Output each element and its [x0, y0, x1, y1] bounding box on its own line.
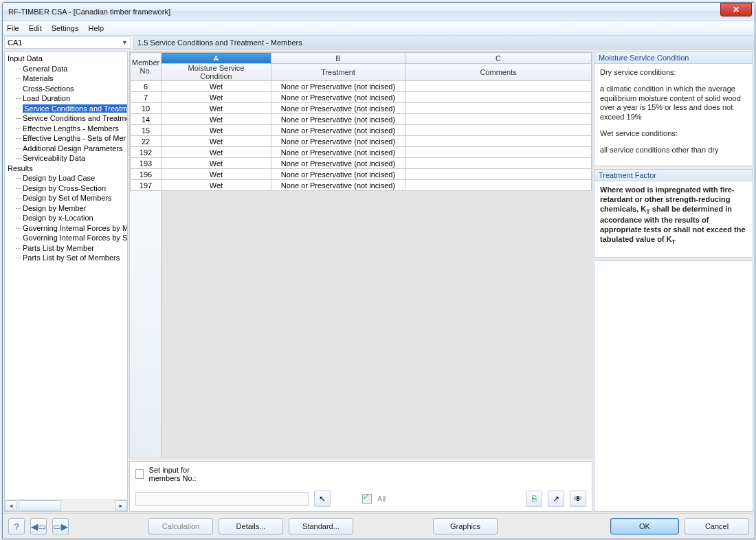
graphics-button[interactable]: Graphics — [433, 518, 498, 535]
cell-b[interactable]: None or Preservative (not incised) — [271, 81, 405, 92]
cell-c[interactable] — [405, 136, 592, 147]
tree-d-member[interactable]: Design by Member — [5, 203, 127, 214]
cell-c[interactable] — [405, 125, 592, 136]
tree-gov-m[interactable]: Governing Internal Forces by M — [5, 223, 127, 234]
cell-b[interactable]: None or Preservative (not incised) — [271, 158, 405, 169]
tree-service-conditions-a[interactable]: Service Conditions and Treatme — [5, 104, 127, 114]
table-row[interactable]: 14WetNone or Preservative (not incised) — [131, 114, 592, 125]
tree-parts-set[interactable]: Parts List by Set of Members — [5, 253, 127, 263]
menu-edit[interactable]: Edit — [29, 24, 42, 32]
cell-b[interactable]: None or Preservative (not incised) — [271, 180, 405, 191]
export-excel-button[interactable]: ⎘ — [526, 491, 542, 507]
tree-eff-len-members[interactable]: Effective Lengths - Members — [5, 124, 127, 134]
menu-help[interactable]: Help — [88, 24, 104, 32]
cell-a[interactable]: Wet — [162, 136, 271, 147]
header-col-a[interactable]: A — [162, 53, 271, 64]
tree-d-xloc[interactable]: Design by x-Location — [5, 213, 127, 223]
set-input-row2: ↖ All ⎘ ↗ 👁 — [129, 486, 592, 512]
cell-c[interactable] — [405, 147, 592, 158]
ok-button[interactable]: OK — [610, 518, 679, 535]
set-input-checkbox[interactable] — [135, 469, 144, 479]
tree-results[interactable]: Results — [5, 164, 127, 174]
cell-a[interactable]: Wet — [162, 158, 271, 169]
menu-settings[interactable]: Settings — [52, 24, 79, 32]
cell-b[interactable]: None or Preservative (not incised) — [271, 92, 405, 103]
tree-materials[interactable]: Materials — [5, 74, 127, 84]
tree-cross-sections[interactable]: Cross-Sections — [5, 84, 127, 94]
tree-h-scrollbar[interactable]: ◄ ► — [5, 499, 127, 511]
cell-a[interactable]: Wet — [162, 147, 271, 158]
cell-c[interactable] — [405, 103, 592, 114]
cell-b[interactable]: None or Preservative (not incised) — [271, 169, 405, 180]
tree-general-data[interactable]: General Data — [5, 64, 127, 74]
cell-c[interactable] — [405, 92, 592, 103]
cell-a[interactable]: Wet — [162, 81, 271, 92]
pick-button-2[interactable]: ↗ — [548, 491, 564, 507]
tree-d-crosssection[interactable]: Design by Cross-Section — [5, 183, 127, 194]
table-row[interactable]: 6WetNone or Preservative (not incised) — [131, 81, 592, 92]
table-row[interactable]: 193WetNone or Preservative (not incised) — [131, 158, 592, 169]
tree-serviceability[interactable]: Serviceability Data — [5, 153, 127, 164]
cell-c[interactable] — [405, 81, 592, 92]
calculation-button[interactable]: Calculation — [148, 518, 213, 535]
menu-file[interactable]: File — [7, 24, 19, 32]
next-module-button[interactable]: ▭▶ — [52, 518, 69, 535]
data-grid[interactable]: Member No. A B C Moisture Service Condit… — [129, 52, 592, 458]
tree-service-conditions-b[interactable]: Service Conditions and Treatme — [5, 113, 127, 124]
table-row[interactable]: 22WetNone or Preservative (not incised) — [131, 136, 592, 147]
scroll-thumb[interactable] — [19, 500, 61, 511]
tree-load-duration[interactable]: Load Duration — [5, 93, 127, 104]
details-button[interactable]: Details... — [219, 518, 283, 535]
standard-button[interactable]: Standard... — [289, 518, 353, 535]
cell-b[interactable]: None or Preservative (not incised) — [271, 147, 405, 158]
table-row[interactable]: 15WetNone or Preservative (not incised) — [131, 125, 592, 136]
wet-body: all service conditions other than dry — [600, 146, 747, 155]
view-button[interactable]: 👁 — [570, 491, 586, 507]
cell-b[interactable]: None or Preservative (not incised) — [271, 125, 405, 136]
cell-b[interactable]: None or Preservative (not incised) — [271, 103, 405, 114]
cell-a[interactable]: Wet — [162, 114, 271, 125]
cell-c[interactable] — [405, 169, 592, 180]
pick-members-button[interactable]: ↖ — [314, 491, 331, 507]
app-window: RF-TIMBER CSA - [Canadian timber framewo… — [2, 2, 755, 539]
table-row[interactable]: 192WetNone or Preservative (not incised) — [131, 147, 592, 158]
toolbar-row: CA1 ▼ 1.5 Service Conditions and Treatme… — [3, 36, 755, 50]
all-checkbox[interactable] — [362, 494, 372, 504]
tree-d-setmembers[interactable]: Design by Set of Members — [5, 193, 127, 203]
case-combo[interactable]: CA1 ▼ — [4, 36, 131, 49]
scroll-right-icon[interactable]: ► — [115, 500, 127, 511]
tree-add-design-params[interactable]: Additional Design Parameters — [5, 144, 127, 154]
prev-module-button[interactable]: ◀▭ — [30, 518, 47, 535]
cell-a[interactable]: Wet — [162, 125, 271, 136]
tree-eff-len-sets[interactable]: Effective Lengths - Sets of Mer — [5, 133, 127, 144]
help-button[interactable]: ? — [8, 518, 25, 535]
members-input[interactable] — [135, 492, 309, 506]
cell-c[interactable] — [405, 158, 592, 169]
cell-c[interactable] — [405, 180, 592, 191]
cancel-button[interactable]: Cancel — [685, 518, 749, 535]
table-row[interactable]: 196WetNone or Preservative (not incised) — [131, 169, 592, 180]
table-row[interactable]: 197WetNone or Preservative (not incised) — [131, 180, 592, 191]
tree-d-loadcase[interactable]: Design by Load Case — [5, 173, 127, 183]
header-col-b[interactable]: B — [271, 53, 405, 64]
case-combo-value: CA1 — [8, 38, 22, 47]
cell-b[interactable]: None or Preservative (not incised) — [271, 136, 405, 147]
tree-gov-s[interactable]: Governing Internal Forces by S — [5, 233, 127, 243]
cell-c[interactable] — [405, 114, 592, 125]
tree-parts-member[interactable]: Parts List by Member — [5, 243, 127, 254]
set-input-label: Set input for members No.: — [149, 466, 221, 482]
table-row[interactable]: 7WetNone or Preservative (not incised) — [131, 92, 592, 103]
header-col-c[interactable]: C — [405, 53, 592, 64]
cell-a[interactable]: Wet — [162, 169, 271, 180]
cell-a[interactable]: Wet — [162, 103, 271, 114]
cell-a[interactable]: Wet — [162, 180, 271, 191]
table-row[interactable]: 10WetNone or Preservative (not incised) — [131, 103, 592, 114]
center-panel: Member No. A B C Moisture Service Condit… — [129, 52, 592, 512]
close-button[interactable]: ✕ — [720, 3, 752, 16]
cell-a[interactable]: Wet — [162, 92, 271, 103]
next-icon: ▭▶ — [53, 521, 68, 532]
tree-input-data[interactable]: Input Data — [5, 54, 127, 64]
cell-b[interactable]: None or Preservative (not incised) — [271, 114, 405, 125]
header-treatment: Treatment — [271, 64, 405, 81]
scroll-left-icon[interactable]: ◄ — [5, 500, 17, 511]
